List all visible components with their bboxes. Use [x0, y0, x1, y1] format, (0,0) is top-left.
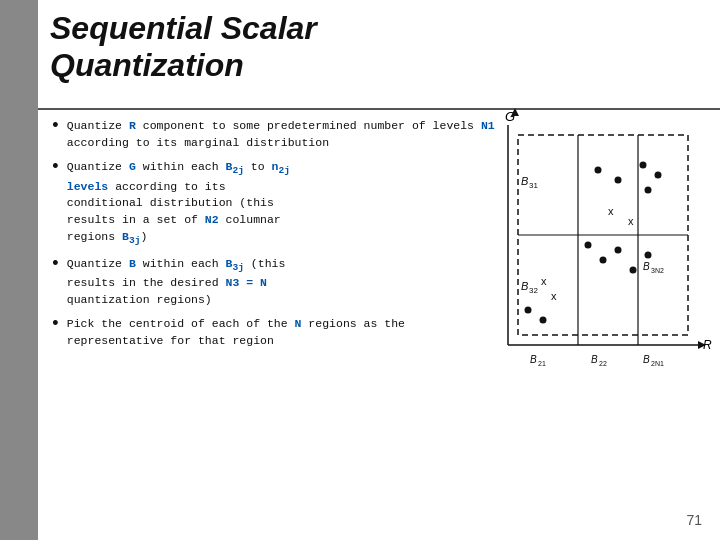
svg-text:B: B: [521, 175, 528, 187]
bullet-text-4: Pick the centroid of each of the N regio…: [67, 316, 405, 349]
diagram-svg: R B 31 B 32 B 3N2 B 21 B 22 B 2N1 x x x …: [488, 115, 713, 400]
bullet-dot-4: •: [50, 314, 61, 334]
svg-point-33: [615, 247, 622, 254]
page-number: 71: [686, 512, 702, 528]
bullets-container: • Quantize R component to some predeterm…: [50, 118, 500, 358]
title-line2: Quantization: [50, 47, 450, 84]
svg-point-24: [595, 167, 602, 174]
svg-point-39: [540, 317, 547, 324]
svg-text:B: B: [591, 354, 598, 365]
svg-point-32: [600, 257, 607, 264]
bullet-item-1: • Quantize R component to some predeterm…: [50, 118, 500, 151]
svg-text:31: 31: [529, 181, 538, 190]
bullet-item-3: • Quantize B within each B3j (this resul…: [50, 256, 500, 309]
bullet-dot-3: •: [50, 254, 61, 274]
bullet-dot-2: •: [50, 157, 61, 177]
sidebar-strip: [0, 0, 38, 540]
svg-text:3N2: 3N2: [651, 267, 664, 274]
bullet-text-1: Quantize R component to some predetermin…: [67, 118, 500, 151]
svg-point-34: [630, 267, 637, 274]
svg-text:x: x: [608, 205, 614, 217]
svg-point-26: [640, 162, 647, 169]
bullet-dot-1: •: [50, 116, 61, 136]
svg-text:22: 22: [599, 360, 607, 367]
svg-text:x: x: [541, 275, 547, 287]
title-line1: Sequential Scalar: [50, 10, 450, 47]
bullet-text-2: Quantize G within each B2j to n2j levels…: [67, 159, 290, 247]
bullet-item-4: • Pick the centroid of each of the N reg…: [50, 316, 500, 349]
svg-text:21: 21: [538, 360, 546, 367]
svg-text:2N1: 2N1: [651, 360, 664, 367]
svg-point-28: [645, 187, 652, 194]
svg-text:x: x: [551, 290, 557, 302]
svg-point-31: [585, 242, 592, 249]
svg-point-27: [655, 172, 662, 179]
title-divider: [38, 108, 720, 110]
svg-text:R: R: [703, 338, 712, 352]
svg-text:B: B: [521, 280, 528, 292]
svg-text:B: B: [643, 261, 650, 272]
svg-text:x: x: [628, 215, 634, 227]
svg-point-35: [645, 252, 652, 259]
svg-text:B: B: [530, 354, 537, 365]
svg-point-25: [615, 177, 622, 184]
title-area: Sequential Scalar Quantization: [50, 10, 450, 84]
bullet-item-2: • Quantize G within each B2j to n2j leve…: [50, 159, 500, 247]
bullet-text-3: Quantize B within each B3j (this results…: [67, 256, 286, 309]
svg-text:32: 32: [529, 286, 538, 295]
svg-point-38: [525, 307, 532, 314]
svg-text:B: B: [643, 354, 650, 365]
